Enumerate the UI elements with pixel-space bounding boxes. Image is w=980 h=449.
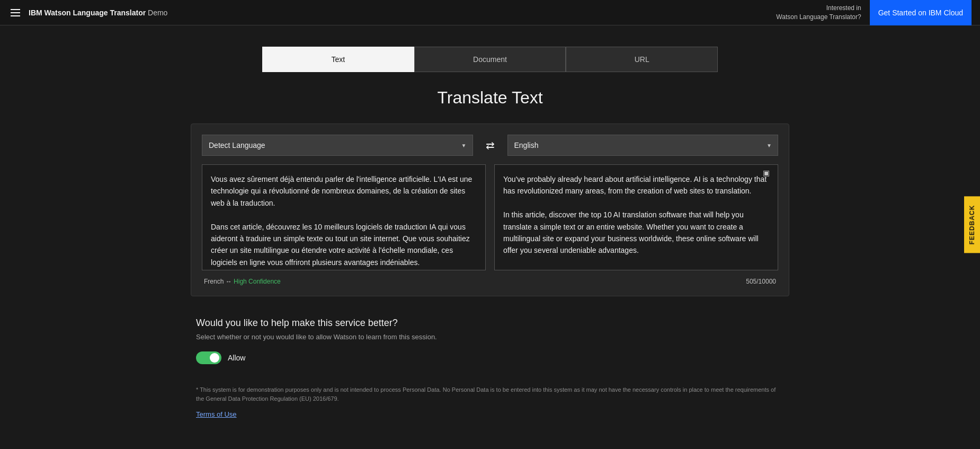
tab-document[interactable]: Document bbox=[414, 47, 566, 72]
target-textarea-wrapper: ▣ bbox=[494, 164, 778, 272]
disclaimer-section: * This system is for demonstration purpo… bbox=[191, 385, 789, 419]
header: IBM Watson Language Translator Demo Inte… bbox=[0, 0, 980, 25]
feedback-subtitle: Select whether or not you would like to … bbox=[196, 333, 784, 341]
tabs: Text Document URL bbox=[262, 47, 718, 72]
page-title: Translate Text bbox=[0, 88, 980, 108]
disclaimer-text: * This system is for demonstration purpo… bbox=[196, 385, 784, 403]
source-textarea-wrapper bbox=[202, 164, 486, 272]
textareas-row: ▣ bbox=[202, 164, 778, 272]
tabs-container: Text Document URL bbox=[0, 25, 980, 88]
swap-languages-button[interactable]: ⇄ bbox=[482, 135, 499, 156]
feedback-title: Would you like to help make this service… bbox=[196, 318, 784, 329]
character-count: 505/10000 bbox=[746, 278, 776, 285]
toggle-label: Allow bbox=[228, 354, 245, 362]
target-language-wrapper: English French Spanish German Italian Po… bbox=[507, 135, 779, 156]
detected-language-name: French bbox=[204, 278, 224, 285]
header-cta-text: Interested in Watson Language Translator… bbox=[776, 4, 861, 22]
tab-text[interactable]: Text bbox=[262, 47, 414, 72]
allow-toggle[interactable] bbox=[196, 351, 221, 364]
app-title: IBM Watson Language Translator Demo bbox=[29, 8, 167, 17]
translator-card: Detect Language French Spanish German It… bbox=[191, 124, 789, 296]
feedback-side-tab[interactable]: FEEDBACK bbox=[964, 196, 980, 253]
language-selectors-row: Detect Language French Spanish German It… bbox=[202, 135, 778, 156]
source-text-input[interactable] bbox=[202, 164, 486, 270]
toggle-wrapper: Allow bbox=[196, 351, 784, 364]
target-language-select[interactable]: English French Spanish German Italian Po… bbox=[507, 135, 779, 156]
terms-of-use-link[interactable]: Terms of Use bbox=[196, 410, 237, 418]
app-name: IBM Watson Language Translator bbox=[29, 8, 146, 17]
source-language-select[interactable]: Detect Language French Spanish German It… bbox=[202, 135, 473, 156]
translator-footer: French ↔ High Confidence 505/10000 bbox=[202, 278, 778, 285]
header-right: Interested in Watson Language Translator… bbox=[776, 0, 972, 25]
get-started-button[interactable]: Get Started on IBM Cloud bbox=[870, 0, 972, 25]
header-left: IBM Watson Language Translator Demo bbox=[8, 7, 167, 19]
detected-language-label: French ↔ High Confidence bbox=[204, 278, 281, 285]
confidence-label: High Confidence bbox=[234, 278, 281, 285]
target-text-output[interactable] bbox=[494, 164, 778, 270]
demo-badge: Demo bbox=[148, 8, 167, 17]
source-language-wrapper: Detect Language French Spanish German It… bbox=[202, 135, 473, 156]
toggle-slider bbox=[196, 351, 221, 364]
hamburger-menu-button[interactable] bbox=[8, 7, 22, 19]
tab-url[interactable]: URL bbox=[566, 47, 718, 72]
feedback-section: Would you like to help make this service… bbox=[191, 318, 789, 364]
copy-translation-button[interactable]: ▣ bbox=[763, 169, 770, 177]
